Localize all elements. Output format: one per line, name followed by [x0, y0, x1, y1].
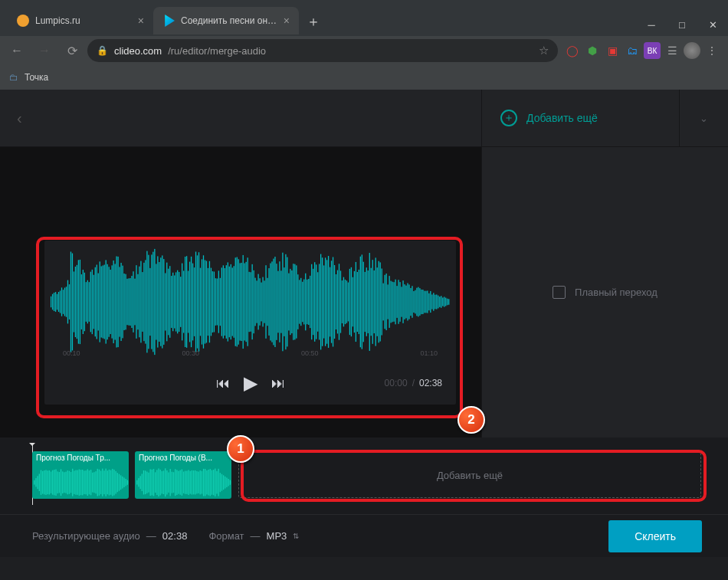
checkbox-icon[interactable] [553, 286, 566, 299]
svg-rect-292 [84, 470, 84, 494]
svg-rect-197 [351, 267, 352, 336]
svg-rect-140 [264, 280, 264, 323]
extension-icon[interactable]: 🗂 [624, 42, 641, 59]
minimize-button[interactable]: ─ [636, 13, 667, 36]
svg-rect-222 [389, 276, 389, 328]
add-more-button[interactable]: ＋ Добавить ещё [482, 110, 679, 126]
svg-rect-38 [109, 267, 110, 336]
svg-rect-355 [195, 470, 195, 494]
svg-rect-363 [208, 470, 208, 496]
svg-rect-308 [110, 470, 111, 494]
svg-rect-282 [67, 470, 68, 494]
svg-rect-66 [151, 254, 152, 349]
svg-rect-40 [112, 265, 113, 338]
time-display: 00:00 / 02:38 [385, 378, 442, 388]
svg-rect-96 [197, 255, 198, 348]
svg-rect-251 [433, 293, 434, 310]
extension-row: ◯ ⬢ ▣ 🗂 ВК ☰ ⋮ [561, 42, 723, 59]
svg-rect-79 [171, 276, 172, 328]
svg-rect-286 [74, 470, 74, 493]
annotation-badge-2: 2 [457, 406, 485, 434]
extension-icon[interactable]: ВК [644, 42, 661, 59]
new-tab-button[interactable]: ＋ [299, 7, 328, 36]
svg-rect-348 [183, 471, 184, 493]
skip-prev-icon[interactable]: ⏮ [216, 375, 230, 392]
back-chevron-icon[interactable]: ‹ [17, 110, 22, 127]
svg-rect-257 [442, 297, 443, 306]
svg-rect-20 [81, 274, 82, 329]
svg-rect-26 [90, 272, 91, 333]
svg-rect-7 [61, 287, 62, 316]
svg-rect-309 [112, 469, 113, 496]
extension-icon[interactable]: ⬢ [584, 42, 601, 59]
add-more-dropdown-toggle[interactable]: ⌄ [679, 90, 728, 147]
format-value: MP3 [267, 530, 287, 542]
svg-rect-170 [310, 276, 310, 328]
svg-rect-120 [234, 266, 234, 338]
svg-rect-144 [270, 264, 271, 341]
ruler-tick: 00:30 [182, 349, 199, 362]
svg-rect-372 [223, 475, 224, 490]
svg-rect-123 [238, 259, 239, 344]
browser-tab[interactable]: Lumpics.ru × [8, 7, 153, 34]
close-window-button[interactable]: ✕ [697, 13, 728, 36]
svg-rect-350 [186, 470, 187, 493]
svg-rect-368 [216, 471, 217, 494]
bottom-bar: Результирующее аудио — 02:38 Формат — MP… [0, 514, 728, 557]
format-label: Формат [208, 530, 244, 542]
profile-avatar[interactable] [684, 42, 700, 59]
svg-rect-139 [262, 277, 263, 327]
svg-rect-361 [205, 469, 205, 496]
svg-rect-27 [92, 270, 93, 334]
svg-rect-296 [90, 470, 91, 495]
svg-rect-149 [277, 271, 278, 333]
svg-rect-276 [57, 471, 58, 493]
svg-rect-91 [189, 262, 190, 342]
nav-forward-button[interactable]: → [32, 38, 57, 63]
svg-rect-337 [165, 468, 166, 496]
svg-rect-154 [285, 254, 286, 349]
skip-next-icon[interactable]: ⏭ [271, 375, 285, 392]
play-icon[interactable]: ▶ [244, 372, 257, 394]
reading-list-icon[interactable]: ☰ [664, 42, 680, 59]
menu-icon[interactable]: ⋮ [703, 42, 720, 59]
svg-rect-82 [175, 272, 176, 331]
extension-icon[interactable]: ◯ [564, 42, 581, 59]
merge-button[interactable]: Склеить [608, 520, 702, 552]
bookmark-item[interactable]: Точка [25, 72, 48, 83]
svg-rect-373 [225, 476, 225, 488]
add-more-dropzone[interactable]: Добавить ещё [238, 451, 702, 499]
maximize-button[interactable]: □ [667, 13, 697, 36]
svg-rect-338 [166, 470, 167, 495]
audio-clip[interactable]: Прогноз Погоды Тр... [32, 451, 129, 499]
svg-rect-277 [59, 472, 60, 493]
svg-rect-208 [368, 270, 369, 333]
svg-rect-302 [100, 470, 101, 493]
format-selector[interactable]: Формат — MP3 ⇅ [208, 530, 299, 542]
svg-rect-81 [174, 275, 175, 328]
svg-rect-12 [69, 284, 70, 319]
close-tab-icon[interactable]: × [138, 15, 144, 26]
svg-rect-182 [328, 256, 329, 348]
svg-rect-115 [226, 265, 227, 339]
svg-rect-369 [218, 468, 218, 496]
svg-rect-101 [205, 260, 205, 343]
address-bar[interactable]: 🔒 clideo.com/ru/editor/merge-audio ☆ [87, 39, 558, 62]
close-tab-icon[interactable]: × [284, 15, 290, 26]
audio-clip[interactable]: Прогноз Погоды (В... [135, 451, 231, 499]
svg-rect-106 [212, 271, 213, 333]
bookmark-star-icon[interactable]: ☆ [539, 44, 549, 57]
svg-rect-52 [130, 278, 130, 326]
svg-rect-231 [402, 280, 403, 323]
extension-icon[interactable]: ▣ [604, 42, 621, 59]
browser-tab-active[interactable]: Соединить песни онлайн — Со × [153, 7, 299, 34]
crossfade-option[interactable]: Плавный переход [553, 286, 657, 299]
waveform-graphic[interactable] [44, 241, 456, 363]
crossfade-label: Плавный переход [575, 287, 657, 298]
svg-rect-273 [52, 470, 53, 494]
reload-button[interactable]: ⟳ [60, 38, 84, 63]
nav-back-button[interactable]: ← [5, 38, 29, 63]
svg-rect-43 [116, 256, 116, 347]
main-preview-area: 2 00:10 00:30 00:50 01:10 ⏮ ▶ ⏭ [0, 147, 481, 437]
svg-rect-179 [323, 265, 324, 338]
